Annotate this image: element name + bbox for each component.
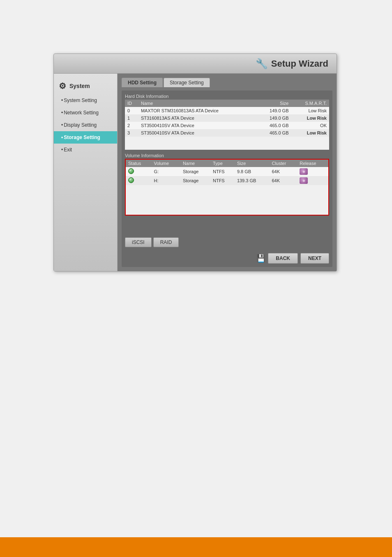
hdd-id: 1 <box>125 114 138 122</box>
hdd-section: Hard Disk Information ID Name Size S.M.A… <box>125 94 329 150</box>
vol-cluster: 64K <box>269 176 297 185</box>
col-smart: S.M.A.R.T. <box>291 100 330 107</box>
hdd-row-1: 1 ST3160813AS ATA Device 149.0 GB Low Ri… <box>125 114 329 122</box>
release-button-0[interactable]: ⊕ <box>300 168 308 175</box>
hdd-name: ST3160813AS ATA Device <box>138 114 257 122</box>
hdd-size: 465.0 GB <box>257 122 291 129</box>
vol-size: 9.8 GB <box>235 167 270 176</box>
main-window: 🔧 Setup Wizard ⚙ System System Setting N… <box>53 53 337 272</box>
sidebar-system-label: System <box>69 83 90 89</box>
sidebar-item-label: Display Setting <box>64 122 97 128</box>
vol-col-type: Type <box>210 160 235 167</box>
volume-table-wrapper: Status Volume Name Type Size Cluster Rel… <box>125 159 329 216</box>
vol-volume: G: <box>151 167 180 176</box>
vol-col-cluster: Cluster <box>269 160 297 167</box>
hdd-id: 0 <box>125 107 138 114</box>
col-name: Name <box>138 100 257 107</box>
vol-row-1: H: Storage NTFS 139.3 GB 64K ⊕ <box>126 176 328 185</box>
hdd-empty-row <box>125 143 329 150</box>
sidebar-item-label: Exit <box>64 147 72 153</box>
hdd-size: 149.0 GB <box>257 107 291 114</box>
sidebar-item-label: Storage Setting <box>64 135 100 140</box>
vol-col-size: Size <box>235 160 270 167</box>
sidebar-item-label: System Setting <box>64 97 97 103</box>
sidebar: ⚙ System System Setting Network Setting … <box>54 74 118 271</box>
volume-table: Status Volume Name Type Size Cluster Rel… <box>126 160 328 215</box>
sidebar-system: ⚙ System <box>54 78 117 94</box>
main-content: HDD Setting Storage Setting Hard Disk In… <box>118 74 337 271</box>
vol-empty-row <box>126 200 328 207</box>
hdd-section-label: Hard Disk Information <box>125 94 329 99</box>
sidebar-item-system-setting[interactable]: System Setting <box>54 94 117 107</box>
volume-section-label: Volume Information <box>125 153 329 158</box>
hdd-empty-row <box>125 137 329 143</box>
tab-hdd-setting[interactable]: HDD Setting <box>122 78 163 87</box>
vol-size: 139.3 GB <box>235 176 270 185</box>
vol-volume: H: <box>151 176 180 185</box>
vol-name: Storage <box>180 176 210 185</box>
vol-release: ⊕ <box>297 176 328 185</box>
hdd-id: 3 <box>125 129 138 137</box>
status-ok-icon <box>128 177 134 183</box>
col-id: ID <box>125 100 138 107</box>
vol-empty-row <box>126 185 328 193</box>
next-button[interactable]: NEXT <box>300 253 329 264</box>
hdd-name: ST3500410SV ATA Device <box>138 129 257 137</box>
vol-col-volume: Volume <box>151 160 180 167</box>
hdd-size: 465.0 GB <box>257 129 291 137</box>
vol-col-status: Status <box>126 160 151 167</box>
hdd-row-2: 2 ST3500410SV ATA Device 465.0 GB OK <box>125 122 329 129</box>
tabs: HDD Setting Storage Setting <box>122 78 332 87</box>
hdd-row-3: 3 ST3500410SV ATA Device 465.0 GB Low Ri… <box>125 129 329 137</box>
vol-type: NTFS <box>210 176 235 185</box>
vol-row-0: G: Storage NTFS 9.8 GB 64K ⊕ <box>126 167 328 176</box>
bottom-orange-bar <box>0 537 392 557</box>
vol-col-release: Release <box>297 160 328 167</box>
hdd-row-0: 0 MAXTOR STM3160813AS ATA Device 149.0 G… <box>125 107 329 114</box>
hdd-smart: OK <box>291 122 330 129</box>
sidebar-item-label: Network Setting <box>64 110 99 116</box>
status-ok-icon <box>128 168 134 174</box>
sidebar-item-network-setting[interactable]: Network Setting <box>54 107 117 119</box>
vol-col-name: Name <box>180 160 210 167</box>
hdd-size: 149.0 GB <box>257 114 291 122</box>
vol-type: NTFS <box>210 167 235 176</box>
sidebar-item-storage-setting[interactable]: Storage Setting <box>54 131 117 144</box>
content-area: ⚙ System System Setting Network Setting … <box>54 74 337 271</box>
hdd-smart: Low Risk <box>291 107 330 114</box>
vol-status <box>126 176 151 185</box>
vol-status <box>126 167 151 176</box>
vol-empty-row <box>126 193 328 200</box>
wizard-icon: 🔧 <box>256 58 268 70</box>
system-icon: ⚙ <box>59 81 66 91</box>
hdd-id: 2 <box>125 122 138 129</box>
release-button-1[interactable]: ⊕ <box>300 177 308 184</box>
section-bg: Hard Disk Information ID Name Size S.M.A… <box>122 91 332 267</box>
raid-button[interactable]: RAID <box>153 237 179 247</box>
hdd-smart: Low Risk <box>291 129 330 137</box>
nav-buttons: 💾 BACK NEXT <box>125 253 329 264</box>
tab-storage-setting[interactable]: Storage Setting <box>164 78 210 87</box>
sidebar-item-display-setting[interactable]: Display Setting <box>54 119 117 131</box>
hdd-name: ST3500410SV ATA Device <box>138 122 257 129</box>
disk-icon: 💾 <box>256 254 265 263</box>
col-size: Size <box>257 100 291 107</box>
vol-release: ⊕ <box>297 167 328 176</box>
volume-section: Volume Information Status Volume Name Ty… <box>125 153 329 232</box>
title-bar-text: 🔧 Setup Wizard <box>256 58 328 70</box>
iscsi-button[interactable]: iSCSI <box>125 237 152 247</box>
bottom-buttons: iSCSI RAID <box>125 237 329 247</box>
vol-name: Storage <box>180 167 210 176</box>
vol-empty-row <box>126 207 328 215</box>
title-label: Setup Wizard <box>271 58 328 69</box>
title-bar: 🔧 Setup Wizard <box>54 54 337 74</box>
back-button[interactable]: BACK <box>268 253 298 264</box>
hdd-table: ID Name Size S.M.A.R.T. 0 MAXTOR STM3160… <box>125 100 329 150</box>
vol-cluster: 64K <box>269 167 297 176</box>
hdd-smart: Low Risk <box>291 114 330 122</box>
sidebar-item-exit[interactable]: Exit <box>54 144 117 156</box>
hdd-name: MAXTOR STM3160813AS ATA Device <box>138 107 257 114</box>
